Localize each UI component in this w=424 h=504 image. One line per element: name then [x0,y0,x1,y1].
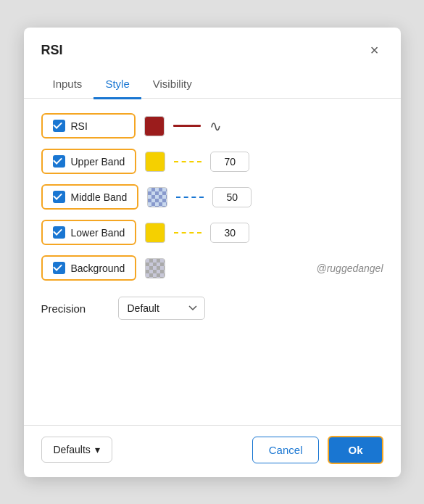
background-checkbox[interactable] [53,262,65,274]
lower-band-checkbox[interactable] [53,226,65,239]
lower-band-value-input[interactable] [210,223,249,243]
rsi-dialog: RSI × Inputs Style Visibility RSI ∿ Uppe… [24,28,401,477]
middle-band-color-swatch[interactable] [147,187,167,207]
middle-band-line-style[interactable] [176,197,204,198]
middle-band-label: Middle Band [71,191,128,203]
row-rsi: RSI ∿ [41,113,383,139]
row-middle-band: Middle Band [41,184,383,210]
precision-row: Precision Default 0 1 2 3 4 [41,297,383,320]
defaults-label: Defaults [54,444,91,455]
dialog-header: RSI × [24,28,401,60]
lower-band-checkbox-label[interactable]: Lower Band [41,220,137,245]
rsi-label: RSI [71,120,88,132]
defaults-chevron-icon: ▾ [95,444,100,455]
tab-style[interactable]: Style [93,72,141,99]
upper-band-checkbox[interactable] [53,155,65,168]
middle-band-checkbox-label[interactable]: Middle Band [41,184,139,210]
row-lower-band: Lower Band [41,220,383,245]
cancel-button[interactable]: Cancel [252,437,320,463]
row-upper-band: Upper Band [41,149,383,174]
dialog-body: RSI ∿ Upper Band Middle Band [24,99,401,425]
upper-band-line-dashed [174,161,201,162]
lower-band-line-dashed [174,232,201,234]
lower-band-line-style[interactable] [174,232,201,234]
tabs-bar: Inputs Style Visibility [24,65,401,99]
background-label: Background [71,263,125,274]
background-color-swatch[interactable] [145,258,165,278]
close-button[interactable]: × [366,41,383,60]
defaults-button[interactable]: Defaults ▾ [41,437,112,463]
dialog-footer: Defaults ▾ Cancel Ok [24,425,401,477]
tab-visibility[interactable]: Visibility [141,72,204,99]
rsi-color-swatch[interactable] [144,116,165,136]
lower-band-color-swatch[interactable] [145,223,165,243]
lower-band-label: Lower Band [71,227,125,239]
upper-band-checkbox-label[interactable]: Upper Band [41,149,137,174]
upper-band-color-swatch[interactable] [145,152,165,172]
rsi-wave-icon[interactable]: ∿ [209,117,222,135]
upper-band-line-style[interactable] [174,161,201,162]
middle-band-value-input[interactable] [212,187,252,207]
dialog-title: RSI [41,43,63,58]
middle-band-checkbox[interactable] [53,191,65,203]
upper-band-value-input[interactable] [210,152,249,172]
upper-band-label: Upper Band [71,156,125,168]
background-checkbox-label[interactable]: Background [41,255,137,281]
tab-inputs[interactable]: Inputs [41,72,94,99]
rsi-checkbox[interactable] [53,120,65,132]
watermark-text: @ruggedangel [316,263,383,274]
precision-select[interactable]: Default 0 1 2 3 4 [118,297,205,320]
rsi-line-style[interactable] [173,125,201,127]
row-background: Background @ruggedangel [41,255,383,281]
footer-right: Cancel Ok [252,436,383,464]
rsi-checkbox-label[interactable]: RSI [41,113,136,139]
middle-band-line-dashed [176,197,204,198]
rsi-line-solid [173,125,201,127]
precision-label: Precision [41,302,107,315]
ok-button[interactable]: Ok [328,436,383,464]
